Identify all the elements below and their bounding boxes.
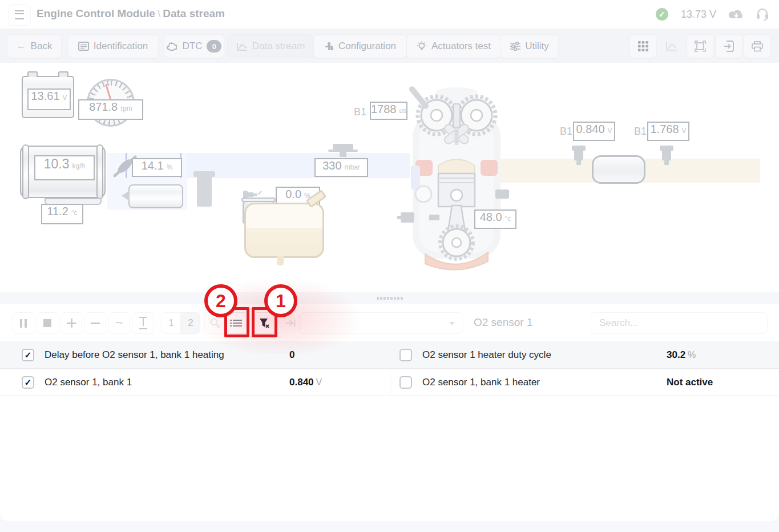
intake-temp-unit: °c <box>71 209 78 217</box>
engine-illustration <box>394 80 519 277</box>
parameter-name: O2 sensor 1 heater duty cycle <box>422 349 551 361</box>
rpm-unit: rpm <box>120 104 132 112</box>
skip-arrow-icon <box>285 319 296 327</box>
map-value: 330 <box>322 159 341 172</box>
app-window: Engine Control Module\Data stream ✓ 13.7… <box>0 0 779 521</box>
map-unit: mbar <box>345 163 360 171</box>
tab-strip <box>0 29 779 63</box>
header: Engine Control Module\Data stream ✓ 13.7… <box>0 0 779 29</box>
table-row[interactable]: ✓ O2 sensor 1, bank 1 0.840V O2 sensor 1… <box>0 369 779 396</box>
expansion-tank-illustration <box>244 203 324 258</box>
battery-voltage: 13.73 V <box>681 9 716 21</box>
module-title: Engine Control Module <box>37 7 155 19</box>
add-parameter-button[interactable] <box>60 312 82 334</box>
parameters-table: ✓ Delay before O2 sensor 1, bank 1 heati… <box>0 341 779 396</box>
parameter-unit: % <box>685 350 696 360</box>
stop-icon <box>43 319 51 327</box>
o2-sensor-1-bank: B1 <box>560 126 572 138</box>
wave-view-button[interactable]: ~ <box>108 312 130 334</box>
annotation-circle-2: 2 <box>204 284 237 317</box>
page-title: Data stream <box>163 7 225 19</box>
o2-sensor-2-unit: V <box>682 127 687 135</box>
checkbox-checked[interactable]: ✓ <box>22 349 34 361</box>
checkbox-unchecked[interactable] <box>399 376 412 389</box>
battery-voltage-box: 13.61 V <box>27 88 71 110</box>
checkbox-checked[interactable]: ✓ <box>22 376 34 389</box>
group-label: O2 sensor 1 <box>474 316 533 329</box>
annotation-circle-1: 1 <box>264 284 297 317</box>
cloud-download-icon[interactable] <box>729 9 744 20</box>
parameter-unit <box>713 377 715 387</box>
stop-button[interactable] <box>37 312 58 334</box>
columns-2-label: 2 <box>188 317 193 329</box>
columns-1-button[interactable]: 1 <box>162 312 181 334</box>
intake-pipe <box>197 171 212 207</box>
coolant-unit: °c <box>505 215 511 223</box>
evap-canister-illustration <box>128 184 183 208</box>
menu-button[interactable] <box>8 4 31 26</box>
purge-value: 0.0 <box>285 188 301 201</box>
breadcrumb-separator: \ <box>155 7 163 19</box>
o2-sensor-2-bank: B1 <box>634 126 647 138</box>
parameter-value: 0 <box>289 349 297 361</box>
engine-diagram: 13.61 V 871.8 rpm 10.3 kg/h 11.2 °c 14 <box>0 63 779 292</box>
chevron-down-icon <box>449 322 455 325</box>
battery-unit: V <box>63 94 67 102</box>
maf-value: 10.3 <box>44 156 70 172</box>
throttle-value: 14.1 <box>142 159 164 172</box>
screen: Engine Control Module\Data stream ✓ 13.7… <box>0 0 779 532</box>
annotation-number-2: 2 <box>216 291 226 312</box>
map-sensor-icon <box>333 144 353 152</box>
o2-sensor-2-value: 1.768 <box>650 123 679 136</box>
pause-button[interactable] <box>13 312 34 334</box>
o2-sensor-2-box: 1.768 V <box>647 122 689 141</box>
parameter-value: 30.2% <box>667 349 696 361</box>
columns-1-label: 1 <box>168 317 173 329</box>
parameter-name: O2 sensor 1, bank 1 <box>45 377 132 388</box>
headset-icon[interactable] <box>756 7 769 21</box>
intake-temp-box: 11.2 °c <box>41 204 83 224</box>
group-dropdown[interactable] <box>299 312 463 334</box>
maf-unit: kg/h <box>72 162 86 170</box>
o2-sensor-1-value: 0.840 <box>576 123 604 136</box>
search-input[interactable] <box>591 312 768 334</box>
plus-icon <box>67 319 76 328</box>
columns-2-button[interactable]: 2 <box>181 312 200 334</box>
connection-status-icon: ✓ <box>656 8 668 21</box>
o2-sensor-1-unit: V <box>608 127 612 135</box>
wave-icon: ~ <box>116 320 123 326</box>
throttle-unit: % <box>167 163 173 171</box>
parameter-name: Delay before O2 sensor 1, bank 1 heating <box>45 349 224 361</box>
text-height-icon <box>139 317 147 329</box>
magnifier-x-icon <box>210 318 220 328</box>
drag-handle-icon <box>377 297 404 300</box>
map-box: 330 mbar <box>314 158 368 177</box>
o2-sensor-2-icon <box>662 146 671 160</box>
rpm-box: 871.8 rpm <box>78 99 143 120</box>
checkbox-unchecked[interactable] <box>399 349 412 361</box>
hamburger-icon <box>15 10 24 19</box>
coolant-temp-box: 48.0 °c <box>474 209 516 229</box>
injection-bank-label: B1 <box>354 106 366 118</box>
table-row[interactable]: ✓ Delay before O2 sensor 1, bank 1 heati… <box>0 341 779 369</box>
remove-parameter-button[interactable] <box>84 312 106 334</box>
injection-value: 1788 <box>371 103 397 116</box>
maf-box: 10.3 kg/h <box>34 155 95 180</box>
parameter-name: O2 sensor 1, bank 1 heater <box>422 377 540 388</box>
intake-temp-value: 11.2 <box>47 205 68 218</box>
row-height-button[interactable] <box>132 312 154 334</box>
o2-sensor-1-icon <box>574 146 583 160</box>
pause-icon <box>20 319 27 328</box>
annotation-number-1: 1 <box>276 291 286 312</box>
throttle-box: 14.1 % <box>132 158 182 177</box>
parameter-unit <box>294 350 297 360</box>
rpm-value: 871.8 <box>89 100 118 114</box>
parameter-value: Not active <box>667 377 715 388</box>
parameter-value: 0.840V <box>289 377 322 388</box>
breadcrumb: Engine Control Module\Data stream <box>37 7 225 20</box>
battery-value: 13.61 <box>31 90 59 103</box>
splitter-bar[interactable] <box>0 292 779 304</box>
parameter-unit: V <box>314 377 322 387</box>
o2-sensor-1-box: 0.840 V <box>573 122 615 141</box>
catalytic-converter-illustration <box>592 155 645 184</box>
